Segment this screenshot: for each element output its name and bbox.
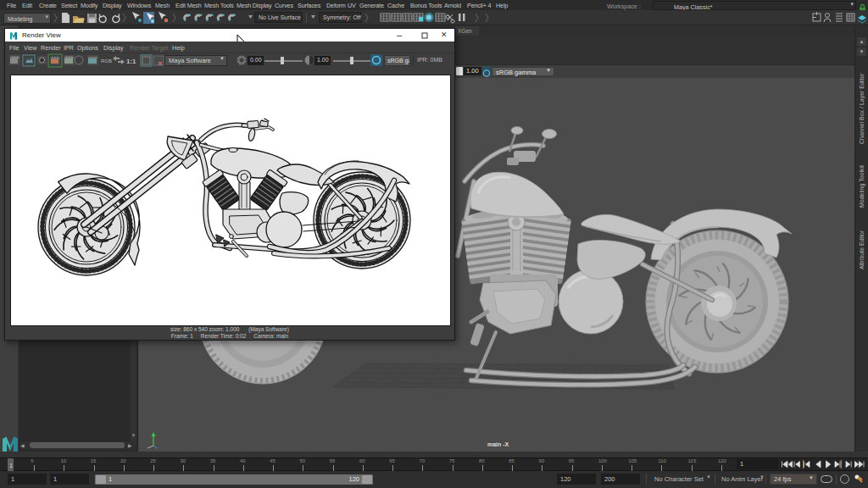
svg-text:RGB: RGB: [101, 58, 112, 64]
svg-text:1:1: 1:1: [126, 58, 136, 65]
